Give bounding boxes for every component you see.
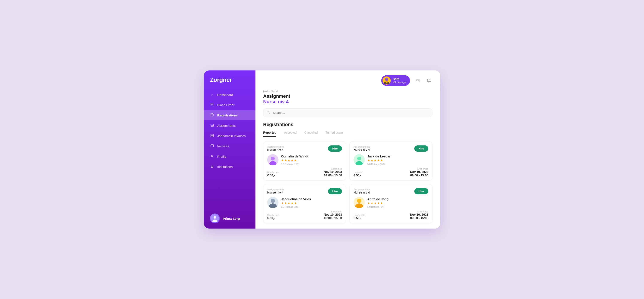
sidebar-item-registrations[interactable]: Registrations <box>204 110 256 120</box>
person-info-4: Anita de Jong ★ ★ ★ ★ ★ 5.0 Ratings (84) <box>367 197 428 208</box>
tabs: Reported Accepted Cancelled Turned down <box>263 131 432 137</box>
org-name: Prima Zorg <box>223 217 240 220</box>
top-bar-right: Sara HR manager <box>381 75 432 86</box>
svg-point-18 <box>212 155 213 156</box>
person-name-2: Jack de Leeuw <box>367 154 428 158</box>
user-info: Sara HR manager <box>393 77 406 84</box>
place-order-icon <box>210 103 214 107</box>
tab-reported[interactable]: Reported <box>263 131 276 137</box>
sidebar-item-label-registrations: Registrations <box>217 113 238 117</box>
dashboard-icon: ⌂ <box>210 93 214 97</box>
card-details-4: Hourly rate € 50,- Shift times Nov 10, 2… <box>354 210 428 220</box>
card-details-1: Hourly rate € 50,- Shift times Nov 10, 2… <box>267 168 342 177</box>
hourly-rate-3: Hourly rate € 50,- <box>267 214 279 220</box>
sidebar-item-invoices[interactable]: Invoices <box>204 141 256 151</box>
profile-icon <box>210 154 214 159</box>
hourly-rate-4: Hourly rate € 50,- <box>354 214 365 220</box>
user-pill[interactable]: Sara HR manager <box>381 75 410 86</box>
card-header-4: Assignment title Nurse niv 4 Hire <box>354 188 428 194</box>
svg-point-22 <box>385 78 388 81</box>
user-role: HR manager <box>393 81 406 84</box>
jobdomein-icon <box>210 134 214 138</box>
sidebar-item-label-jobdomein-invoices: Jobdomein Invoices <box>217 134 246 138</box>
sidebar-item-label-profile: Profile <box>217 155 226 158</box>
shift-times-1: Shift times Nov 10, 2023 09:00 - 15:00 <box>324 168 342 177</box>
sidebar-item-assignments[interactable]: Assignments <box>204 121 256 131</box>
svg-point-34 <box>357 199 361 203</box>
sidebar: Zorgner ⌂ Dashboard Place Order <box>204 71 256 228</box>
registrations-icon <box>210 113 214 118</box>
card-assignment-info-1: Assignment title Nurse niv 4 <box>267 145 284 151</box>
card-header-3: Assignment title Nurse niv 4 Hire <box>267 188 342 194</box>
sidebar-item-institutions[interactable]: ⚙ Institutions <box>204 162 256 172</box>
hire-button-4[interactable]: Hire <box>414 188 428 194</box>
assignment-value-2: Nurse niv 4 <box>354 148 370 151</box>
card-person-2: Jack de Leeuw ★ ★ ★ ★ ★ 5.0 Ratings (145… <box>354 154 428 165</box>
sidebar-item-label-assignments: Assignments <box>217 124 236 127</box>
stars-3: ★ ★ ★ ★ ★ <box>281 201 342 205</box>
rating-text-3: 5.0 Ratings (345) <box>281 206 342 208</box>
svg-point-28 <box>271 157 275 160</box>
page-title: Assignment <box>263 93 432 99</box>
sidebar-item-place-order[interactable]: Place Order <box>204 100 256 110</box>
tab-accepted[interactable]: Accepted <box>284 131 296 137</box>
sidebar-item-jobdomein-invoices[interactable]: Jobdomein Invoices <box>204 131 256 141</box>
assignment-value-3: Nurse niv 4 <box>267 191 284 194</box>
hire-button-2[interactable]: Hire <box>414 145 428 152</box>
assignments-icon <box>210 124 214 128</box>
svg-point-32 <box>271 199 275 203</box>
card-details-2: Uurtarief € 50,- Shift times Nov 10, 202… <box>354 168 428 177</box>
card-assignment-info-4: Assignment title Nurse niv 4 <box>354 188 370 194</box>
registrations-section: Registrations Reported Accepted Cancelle… <box>256 117 440 228</box>
main-content: Sara HR manager <box>256 71 440 228</box>
person-info-2: Jack de Leeuw ★ ★ ★ ★ ★ 5.0 Ratings (145… <box>367 154 428 165</box>
hourly-rate-1: Hourly rate € 50,- <box>267 171 279 177</box>
person-avatar-2 <box>354 154 365 165</box>
stars-1: ★ ★ ★ ★ ★ <box>281 159 342 162</box>
assignment-label-1: Assignment title <box>267 145 284 148</box>
search-icon <box>266 111 270 115</box>
mail-button[interactable] <box>414 77 421 84</box>
institutions-icon: ⚙ <box>210 165 214 169</box>
person-avatar-3 <box>267 197 278 208</box>
hire-button-1[interactable]: Hire <box>328 145 342 152</box>
card-person-1: Cornelia de Windt ★ ★ ★ ★ ★ 5.0 Ratings … <box>267 154 342 165</box>
search-input[interactable] <box>263 109 432 117</box>
registration-card-4: Assignment title Nurse niv 4 Hire <box>350 184 432 223</box>
card-header-2: Assignment title Nurse niv 4 Hire <box>354 145 428 152</box>
sidebar-item-label-dashboard: Dashboard <box>217 93 233 97</box>
notification-button[interactable] <box>425 77 432 84</box>
person-info-3: Jacqueline de Vries ★ ★ ★ ★ ★ 5.0 Rating… <box>281 197 342 208</box>
registration-card-1: Assignment title Nurse niv 4 Hire <box>263 141 346 181</box>
person-avatar-4 <box>354 197 365 208</box>
card-assignment-info-3: Assignment title Nurse niv 4 <box>267 188 284 194</box>
shift-times-4: Shift times Nov 10, 2023 09:00 - 15:00 <box>410 210 428 220</box>
sidebar-nav: ⌂ Dashboard Place Order <box>204 90 256 209</box>
card-assignment-info-2: Assignment title Nurse niv 4 <box>354 145 370 151</box>
svg-rect-24 <box>416 79 419 82</box>
sidebar-item-label-place-order: Place Order <box>217 103 234 107</box>
page-subtitle: Nurse niv 4 <box>263 99 432 105</box>
page-header: Hello, Sara! Assignment Nurse niv 4 <box>256 86 440 105</box>
stars-2: ★ ★ ★ ★ ★ <box>367 159 428 162</box>
app-container: Zorgner ⌂ Dashboard Place Order <box>204 71 440 228</box>
svg-point-30 <box>357 157 361 160</box>
tab-cancelled[interactable]: Cancelled <box>304 131 318 137</box>
registration-card-3: Assignment title Nurse niv 4 Hire <box>263 184 346 223</box>
rating-text-1: 5.0 Ratings (130) <box>281 163 342 165</box>
svg-line-26 <box>269 113 270 114</box>
search-bar <box>263 109 432 117</box>
user-name: Sara <box>393 77 406 81</box>
person-avatar-1 <box>267 154 278 165</box>
tab-turned-down[interactable]: Turned down <box>326 131 343 137</box>
shift-times-3: Shift times Nov 10, 2023 09:00 - 15:00 <box>324 210 342 220</box>
sidebar-item-profile[interactable]: Profile <box>204 152 256 162</box>
hire-button-3[interactable]: Hire <box>328 188 342 194</box>
svg-point-20 <box>214 216 216 219</box>
card-person-3: Jacqueline de Vries ★ ★ ★ ★ ★ 5.0 Rating… <box>267 197 342 208</box>
rating-text-4: 5.0 Ratings (84) <box>367 206 428 208</box>
top-bar: Sara HR manager <box>256 71 440 86</box>
person-info-1: Cornelia de Windt ★ ★ ★ ★ ★ 5.0 Ratings … <box>281 154 342 165</box>
sidebar-org-section: Prima Zorg <box>204 209 256 223</box>
sidebar-item-dashboard[interactable]: ⌂ Dashboard <box>204 90 256 100</box>
